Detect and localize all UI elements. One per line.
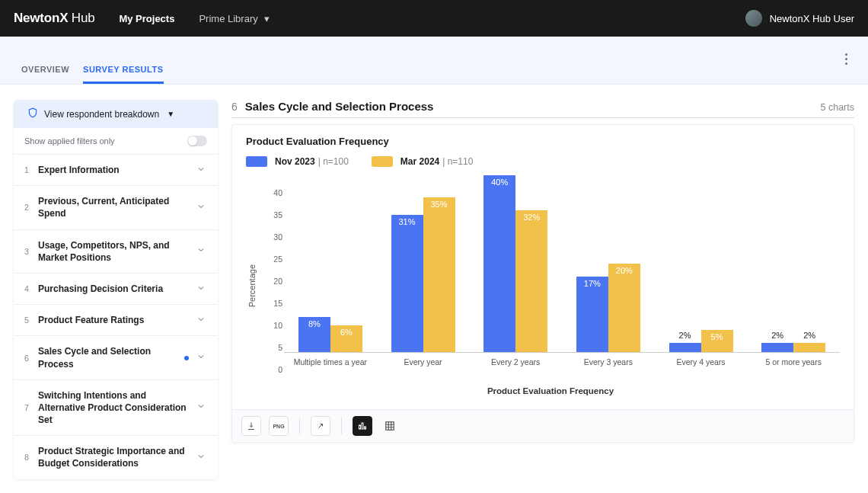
- bar-mar-2024: 35%: [423, 197, 455, 352]
- bar-value-label: 6%: [330, 328, 362, 337]
- bar-nov-2023: 8%: [298, 317, 330, 352]
- chart-plot-area: 8%6%31%35%40%32%17%20%2%5%2%2%: [284, 176, 840, 353]
- sidebar-item-label: Expert Information: [38, 164, 189, 176]
- sidebar: View respondent breakdown ▼ Show applied…: [14, 100, 218, 479]
- bar-mar-2024: 5%: [701, 330, 733, 352]
- nav-my-projects[interactable]: My Projects: [119, 13, 174, 24]
- x-axis-label: Product Evaluation Frequency: [261, 386, 840, 395]
- sub-navbar: OVERVIEW SURVEY RESULTS: [0, 37, 868, 85]
- chevron-down-icon: [196, 352, 207, 363]
- bar-mar-2024: 2%: [793, 343, 825, 352]
- chevron-down-icon: [196, 315, 207, 326]
- sidebar-item-number: 6: [24, 354, 30, 363]
- main-content: 6Sales Cycle and Selection Process 5 cha…: [231, 100, 854, 453]
- sidebar-item-number: 1: [24, 165, 30, 174]
- bar-value-label: 40%: [483, 178, 515, 187]
- svg-rect-2: [365, 427, 366, 429]
- respondent-breakdown-toggle[interactable]: View respondent breakdown ▼: [14, 100, 218, 128]
- y-axis-label: Percentage: [246, 264, 258, 307]
- sidebar-item-7[interactable]: 7Switching Intentions and Alternative Pr…: [14, 379, 218, 436]
- bar-nov-2023: 2%: [669, 343, 701, 352]
- sidebar-item-number: 3: [24, 247, 30, 256]
- legend-item-mar-2024: Mar 2024| n=110: [372, 156, 474, 167]
- bar-mar-2024: 32%: [515, 210, 547, 352]
- x-tick: Every year: [377, 353, 470, 367]
- x-tick: Multiple times a year: [284, 353, 377, 367]
- bar-value-label: 17%: [576, 279, 608, 288]
- bar-group: 2%2%: [747, 176, 840, 352]
- bar-group: 17%20%: [562, 176, 655, 352]
- y-tick: 25: [273, 255, 282, 264]
- tab-survey-results[interactable]: SURVEY RESULTS: [83, 57, 163, 84]
- bar-value-label: 31%: [391, 217, 423, 226]
- applied-filters-toggle[interactable]: [187, 136, 207, 146]
- x-tick: Every 4 years: [655, 353, 748, 367]
- sidebar-item-4[interactable]: 4Purchasing Decision Criteria: [14, 273, 218, 304]
- sidebar-item-2[interactable]: 2Previous, Current, Anticipated Spend: [14, 185, 218, 229]
- sidebar-item-label: Product Strategic Importance and Budget …: [38, 445, 189, 469]
- library-dropdown[interactable]: Prime Library ▾: [199, 13, 269, 24]
- y-tick: 10: [273, 321, 282, 330]
- bar-mar-2024: 20%: [608, 264, 640, 352]
- avatar[interactable]: [745, 10, 762, 27]
- chevron-down-icon: [196, 202, 207, 213]
- respondent-breakdown-label: View respondent breakdown: [44, 109, 159, 120]
- bar-group: 31%35%: [377, 176, 470, 352]
- user-name: NewtonX Hub User: [770, 13, 854, 24]
- chevron-down-icon: [196, 402, 207, 413]
- section-title: 6Sales Cycle and Selection Process: [231, 100, 433, 113]
- legend-item-nov-2023: Nov 2023| n=100: [246, 156, 349, 167]
- bar-value-label: 5%: [701, 332, 733, 341]
- expand-button[interactable]: [311, 416, 330, 436]
- chevron-down-icon: [196, 452, 207, 463]
- more-menu-icon[interactable]: [839, 53, 853, 65]
- sidebar-item-label: Previous, Current, Anticipated Spend: [38, 195, 189, 219]
- sidebar-item-8[interactable]: 8Product Strategic Importance and Budget…: [14, 435, 218, 479]
- top-navbar: NewtonX Hub My Projects Prime Library ▾ …: [0, 0, 868, 37]
- png-export-button[interactable]: PNG: [269, 416, 289, 436]
- sidebar-item-3[interactable]: 3Usage, Competitors, NPS, and Market Pos…: [14, 229, 218, 273]
- sidebar-item-number: 7: [24, 403, 30, 412]
- brand-logo: NewtonX Hub: [14, 11, 94, 26]
- bar-group: 40%32%: [469, 176, 562, 352]
- svg-rect-1: [362, 423, 363, 429]
- bar-group: 2%5%: [655, 176, 748, 352]
- chart-view-button[interactable]: [353, 416, 372, 436]
- y-tick: 30: [273, 232, 282, 242]
- bar-value-label: 8%: [298, 319, 330, 328]
- y-tick: 0: [278, 365, 282, 374]
- sidebar-item-6[interactable]: 6Sales Cycle and Selection Process: [14, 335, 218, 379]
- sidebar-item-number: 5: [24, 315, 30, 325]
- bar-group: 8%6%: [284, 176, 377, 352]
- sidebar-item-1[interactable]: 1Expert Information: [14, 154, 218, 185]
- chevron-down-icon: [196, 165, 207, 176]
- y-tick: 35: [273, 210, 282, 219]
- tab-overview[interactable]: OVERVIEW: [21, 57, 69, 84]
- chevron-down-icon: [196, 283, 207, 295]
- y-tick: 15: [273, 299, 282, 308]
- bar-value-label: 2%: [669, 331, 701, 340]
- y-tick: 5: [278, 343, 282, 352]
- active-dot-icon: [184, 356, 189, 360]
- bar-mar-2024: 6%: [330, 325, 362, 352]
- svg-rect-3: [386, 422, 394, 431]
- bar-value-label: 20%: [608, 266, 640, 275]
- sidebar-item-number: 8: [24, 453, 30, 462]
- chevron-down-icon: ▾: [264, 13, 270, 24]
- chart-card: Product Evaluation Frequency Nov 2023| n…: [231, 124, 854, 443]
- applied-filters-label: Show applied filters only: [24, 136, 115, 146]
- bar-nov-2023: 31%: [391, 215, 423, 352]
- chevron-down-icon: ▼: [167, 110, 174, 118]
- chart-count: 5 charts: [821, 102, 854, 113]
- download-button[interactable]: [241, 416, 261, 436]
- bar-nov-2023: 40%: [483, 175, 515, 352]
- bar-value-label: 2%: [761, 331, 793, 340]
- y-tick: 40: [273, 188, 282, 197]
- chart-toolbar: PNG: [232, 409, 854, 442]
- sidebar-item-5[interactable]: 5Product Feature Ratings: [14, 304, 218, 335]
- svg-rect-0: [359, 425, 361, 429]
- x-tick: 5 or more years: [747, 353, 840, 367]
- chart-title: Product Evaluation Frequency: [232, 125, 854, 150]
- table-view-button[interactable]: [380, 416, 400, 436]
- sidebar-item-label: Purchasing Decision Criteria: [38, 283, 189, 295]
